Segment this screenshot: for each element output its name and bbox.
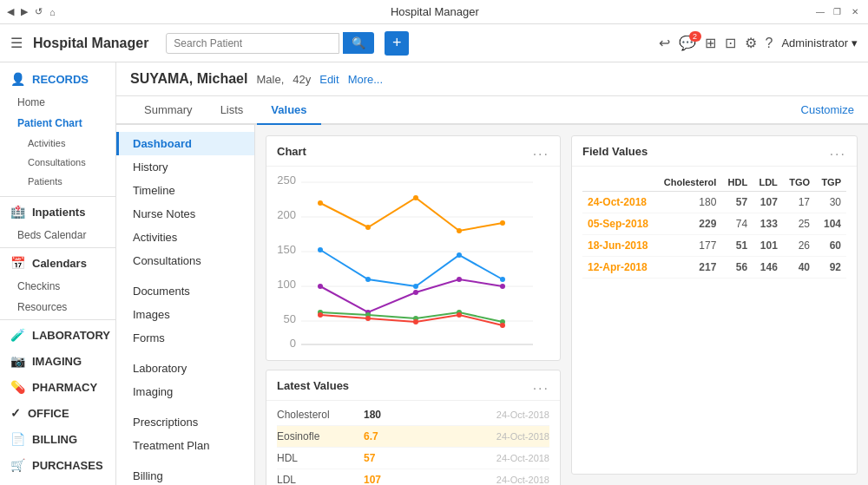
nav-item-dashboard[interactable]: Dashboard	[116, 132, 254, 155]
fv-date-0: 24-Oct-2018	[582, 192, 656, 213]
nav-item-images[interactable]: Images	[116, 303, 254, 326]
add-button[interactable]: +	[385, 31, 409, 56]
main-layout: 👤 RECORDS Home Patient Chart Activities …	[0, 62, 868, 485]
fv-ldl-1: 133	[753, 213, 783, 235]
svg-text:0: 0	[290, 337, 296, 347]
sidebar-item-activities[interactable]: Activities	[0, 134, 115, 153]
sidebar-item-resources[interactable]: Resources	[0, 297, 115, 318]
svg-text:200: 200	[277, 208, 296, 221]
fv-col-ldl: LDL	[753, 174, 783, 192]
customize-button[interactable]: Customize	[801, 96, 854, 123]
edit-button[interactable]: Edit	[319, 73, 339, 86]
sidebar-item-patient-chart[interactable]: Patient Chart	[0, 113, 115, 134]
sidebar-item-laboratory[interactable]: 🧪 LABORATORY	[0, 322, 115, 348]
search-input[interactable]	[166, 33, 339, 54]
nav-item-history[interactable]: History	[116, 155, 254, 179]
field-values-menu-button[interactable]: ...	[830, 143, 846, 159]
sidebar-item-calendars[interactable]: 📅 Calendars	[0, 250, 115, 276]
nav-refresh-icon[interactable]: ↺	[35, 6, 43, 17]
svg-text:250: 250	[277, 174, 296, 187]
chat-icon[interactable]: 💬2	[679, 35, 696, 51]
lv-row-eosinofle: Eosinofle 6.7 24-Oct-2018	[277, 426, 549, 448]
lv-value-eosinofle: 6.7	[364, 430, 433, 442]
lv-date-hdl: 24-Oct-2018	[433, 453, 549, 463]
fv-cholesterol-2: 177	[656, 235, 721, 257]
close-button[interactable]: ✕	[849, 6, 861, 18]
nav-item-forms[interactable]: Forms	[116, 326, 254, 350]
sidebar-item-home[interactable]: Home	[0, 92, 115, 113]
fv-col-tgo: TGO	[783, 174, 815, 192]
sidebar-item-checkins[interactable]: Checkins	[0, 276, 115, 297]
sidebar-item-records[interactable]: 👤 RECORDS	[0, 66, 115, 92]
lv-date-ldl: 24-Oct-2018	[433, 475, 549, 485]
fv-row-0: 24-Oct-2018 180 57 107 17 30	[582, 192, 846, 213]
pharmacy-icon: 💊	[10, 380, 25, 394]
sidebar-item-inpatients[interactable]: 🏥 Inpatients	[0, 199, 115, 225]
svg-point-27	[413, 290, 418, 295]
svg-text:100: 100	[277, 278, 296, 291]
nav-forward-icon[interactable]: ▶	[21, 6, 28, 17]
chart-menu-button[interactable]: ...	[533, 143, 549, 159]
sidebar-label-calendars: Calendars	[32, 257, 87, 270]
nav-item-treatment-plan[interactable]: Treatment Plan	[116, 434, 254, 457]
field-values-table: Cholesterol HDL LDL TGO TGP	[582, 174, 846, 279]
svg-point-29	[500, 284, 505, 289]
sidebar-item-consultations[interactable]: Consultations	[0, 153, 115, 172]
nav-item-documents[interactable]: Documents	[116, 279, 254, 303]
lv-label-cholesterol: Cholesterol	[277, 409, 364, 421]
fv-cholesterol-1: 229	[656, 213, 721, 235]
window-title: Hospital Manager	[391, 5, 479, 18]
inpatients-icon: 🏥	[10, 205, 25, 219]
sidebar-item-billing[interactable]: 📄 BILLING	[0, 426, 115, 452]
sidebar-label-office: OFFICE	[28, 407, 69, 420]
nav-item-nurse-notes[interactable]: Nurse Notes	[116, 202, 254, 226]
nav-item-laboratory[interactable]: Laboratory	[116, 357, 254, 380]
sidebar-item-company[interactable]: 🏢 COMPANY	[0, 478, 115, 485]
tab-values[interactable]: Values	[257, 96, 320, 125]
patient-gender: Male,	[256, 73, 284, 86]
nav-item-imaging[interactable]: Imaging	[116, 380, 254, 403]
apps-icon[interactable]: ⊡	[725, 35, 736, 51]
fv-hdl-0: 57	[721, 192, 753, 213]
svg-point-28	[457, 277, 462, 282]
fv-hdl-2: 51	[721, 235, 753, 257]
sidebar-item-office[interactable]: ✓ OFFICE	[0, 400, 115, 426]
nav-item-activities[interactable]: Activities	[116, 226, 254, 249]
nav-item-prescriptions[interactable]: Prescriptions	[116, 410, 254, 434]
window-controls: — ❐ ✕	[814, 6, 861, 18]
latest-values-menu-button[interactable]: ...	[533, 377, 549, 393]
sidebar-item-imaging[interactable]: 📷 IMAGING	[0, 348, 115, 374]
title-bar-nav: ◀ ▶ ↺ ⌂	[7, 6, 56, 17]
nav-item-consultations[interactable]: Consultations	[116, 249, 254, 272]
minimize-button[interactable]: —	[814, 6, 826, 18]
tab-summary[interactable]: Summary	[130, 96, 207, 125]
search-button[interactable]: 🔍	[343, 32, 374, 54]
lv-label-hdl: HDL	[277, 452, 364, 464]
sidebar-item-pharmacy[interactable]: 💊 PHARMACY	[0, 374, 115, 400]
lv-row-cholesterol: Cholesterol 180 24-Oct-2018	[277, 404, 549, 426]
svg-point-23	[457, 252, 462, 258]
grid-icon[interactable]: ⊞	[705, 35, 716, 51]
back-icon[interactable]: ↩	[659, 35, 670, 51]
nav-home-icon[interactable]: ⌂	[49, 7, 56, 17]
nav-back-icon[interactable]: ◀	[7, 6, 14, 17]
nav-item-timeline[interactable]: Timeline	[116, 179, 254, 202]
sidebar-item-purchases[interactable]: 🛒 PURCHASES	[0, 452, 115, 478]
chart-card-header: Chart ...	[266, 136, 560, 167]
office-icon: ✓	[10, 406, 21, 420]
sidebar-label-imaging: IMAGING	[32, 355, 82, 368]
help-icon[interactable]: ?	[766, 36, 773, 51]
fv-hdl-1: 74	[721, 213, 753, 235]
settings-icon[interactable]: ⚙	[745, 35, 757, 51]
more-button[interactable]: More...	[348, 73, 383, 86]
tab-lists[interactable]: Lists	[207, 96, 258, 125]
restore-button[interactable]: ❐	[832, 6, 844, 18]
nav-item-billing[interactable]: Billing	[116, 464, 254, 485]
sidebar-label-pharmacy: PHARMACY	[32, 381, 97, 394]
fv-cholesterol-0: 180	[656, 192, 721, 213]
admin-menu[interactable]: Administrator ▾	[781, 36, 858, 49]
sidebar-item-patients[interactable]: Patients	[0, 172, 115, 191]
admin-label: Administrator	[781, 36, 848, 49]
sidebar-item-beds-calendar[interactable]: Beds Calendar	[0, 225, 115, 246]
hamburger-icon[interactable]: ☰	[10, 35, 23, 51]
